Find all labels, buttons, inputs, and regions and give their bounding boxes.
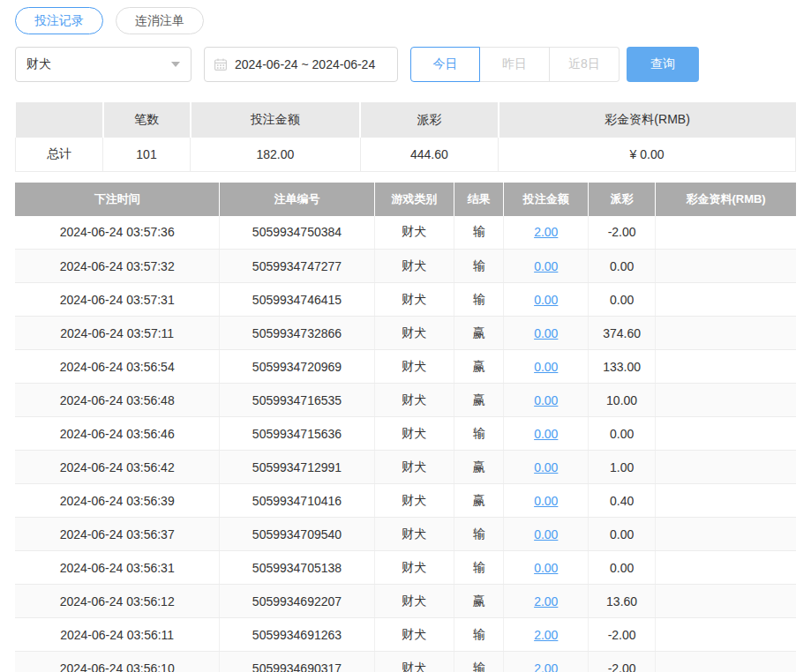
- bet-amount-cell: 2.00: [504, 585, 589, 618]
- bet-amount-link[interactable]: 2.00: [534, 661, 558, 672]
- game-type: 财犬: [374, 417, 454, 451]
- payout-value: 10.00: [589, 384, 656, 417]
- bet-result: 输: [454, 551, 504, 585]
- game-type: 财犬: [374, 317, 454, 350]
- payout-value: 133.00: [589, 350, 656, 384]
- order-id: 5059934750384: [220, 216, 374, 250]
- game-select[interactable]: 财犬: [15, 47, 191, 82]
- header-order-id: 注单编号: [220, 183, 374, 216]
- summary-header-payout: 派彩: [360, 102, 498, 138]
- order-id: 5059934720969: [220, 350, 374, 384]
- bonus-value: [656, 384, 796, 417]
- bet-table: 下注时间 注单编号 游戏类别 结果 投注金额 派彩 彩金资料(RMB) 2024…: [15, 183, 796, 672]
- game-type: 财犬: [374, 484, 454, 518]
- bet-amount-cell: 0.00: [504, 283, 589, 317]
- bet-result: 输: [454, 250, 504, 283]
- bet-amount-cell: 2.00: [504, 216, 589, 250]
- bonus-value: [656, 518, 796, 551]
- summary-header-count: 笔数: [103, 102, 191, 138]
- bet-amount-link[interactable]: 0.00: [534, 259, 558, 273]
- payout-value: 13.60: [589, 585, 656, 618]
- table-row: 2024-06-24 03:56:46 5059934715636 财犬 输 0…: [15, 417, 796, 451]
- bet-amount-link[interactable]: 0.00: [534, 293, 558, 307]
- yesterday-button[interactable]: 昨日: [480, 47, 550, 82]
- order-id: 5059934692207: [220, 585, 374, 618]
- game-type: 财犬: [374, 216, 454, 250]
- bet-amount-link[interactable]: 0.00: [534, 393, 558, 407]
- bet-amount-cell: 0.00: [504, 451, 589, 484]
- bet-result: 赢: [454, 451, 504, 484]
- bet-amount-link[interactable]: 2.00: [534, 628, 558, 642]
- order-id: 5059934716535: [220, 384, 374, 417]
- chevron-down-icon: [171, 62, 180, 67]
- bonus-value: [656, 317, 796, 350]
- order-id: 5059934712991: [220, 451, 374, 484]
- payout-value: 0.40: [589, 484, 656, 518]
- tabs: 投注记录 连消注单: [15, 7, 796, 34]
- table-row: 2024-06-24 03:56:48 5059934716535 财犬 赢 0…: [15, 384, 796, 417]
- last-8-days-button[interactable]: 近8日: [550, 47, 620, 82]
- bet-amount-link[interactable]: 0.00: [534, 527, 558, 541]
- table-row: 2024-06-24 03:57:31 5059934746415 财犬 输 0…: [15, 283, 796, 317]
- game-type: 财犬: [374, 283, 454, 317]
- bet-amount-link[interactable]: 0.00: [534, 494, 558, 508]
- summary-total-row: 总计 101 182.00 444.60 ¥ 0.00: [16, 138, 796, 171]
- bet-amount-link[interactable]: 0.00: [534, 360, 558, 374]
- tab-canceled-orders[interactable]: 连消注单: [116, 7, 204, 34]
- bet-table-header-row: 下注时间 注单编号 游戏类别 结果 投注金额 派彩 彩金资料(RMB): [15, 183, 796, 216]
- bet-time: 2024-06-24 03:56:11: [15, 618, 220, 652]
- filters-bar: 财犬: [15, 47, 796, 82]
- table-row: 2024-06-24 03:56:11 5059934691263 财犬 输 2…: [15, 618, 796, 652]
- bonus-value: [656, 618, 796, 652]
- payout-value: 374.60: [589, 317, 656, 350]
- summary-total-count: 101: [103, 138, 191, 171]
- table-row: 2024-06-24 03:56:37 5059934709540 财犬 输 0…: [15, 518, 796, 551]
- bet-result: 赢: [454, 317, 504, 350]
- bet-amount-link[interactable]: 0.00: [534, 460, 558, 474]
- bet-amount-link[interactable]: 2.00: [534, 225, 558, 239]
- summary-header-empty: [16, 102, 103, 138]
- table-row: 2024-06-24 03:56:39 5059934710416 财犬 赢 0…: [15, 484, 796, 518]
- bet-time: 2024-06-24 03:57:32: [15, 250, 220, 283]
- payout-value: 0.00: [589, 551, 656, 585]
- bet-amount-cell: 0.00: [504, 350, 589, 384]
- summary-header-bet-amount: 投注金额: [191, 102, 361, 138]
- bet-result: 输: [454, 518, 504, 551]
- today-button[interactable]: 今日: [410, 47, 480, 82]
- summary-total-bonus: ¥ 0.00: [499, 138, 796, 171]
- game-type: 财犬: [374, 518, 454, 551]
- bet-result: 输: [454, 417, 504, 451]
- header-bet-amount: 投注金额: [504, 183, 589, 216]
- betting-records-page: 投注记录 连消注单 财犬: [0, 0, 811, 672]
- summary-header-bonus: 彩金资料(RMB): [499, 102, 796, 138]
- bet-time: 2024-06-24 03:56:37: [15, 518, 220, 551]
- bet-result: 赢: [454, 484, 504, 518]
- bet-amount-link[interactable]: 0.00: [534, 427, 558, 441]
- bet-result: 赢: [454, 585, 504, 618]
- game-type: 财犬: [374, 652, 454, 672]
- bet-result: 输: [454, 283, 504, 317]
- bet-amount-link[interactable]: 0.00: [534, 561, 558, 575]
- game-type: 财犬: [374, 618, 454, 652]
- bet-result: 输: [454, 216, 504, 250]
- bet-amount-link[interactable]: 2.00: [534, 594, 558, 609]
- quick-range-group: 今日 昨日 近8日: [410, 47, 620, 82]
- tab-betting-records[interactable]: 投注记录: [15, 7, 103, 34]
- bonus-value: [656, 652, 796, 672]
- payout-value: -2.00: [589, 652, 656, 672]
- table-row: 2024-06-24 03:56:42 5059934712991 财犬 赢 0…: [15, 451, 796, 484]
- bet-time: 2024-06-24 03:56:39: [15, 484, 220, 518]
- payout-value: 1.00: [589, 451, 656, 484]
- game-type: 财犬: [374, 451, 454, 484]
- header-payout: 派彩: [589, 183, 656, 216]
- summary-total-label: 总计: [16, 138, 103, 171]
- date-range-picker[interactable]: 2024-06-24 ~ 2024-06-24: [204, 47, 398, 82]
- order-id: 5059934690317: [220, 652, 374, 672]
- bet-amount-link[interactable]: 0.00: [534, 326, 558, 340]
- order-id: 5059934746415: [220, 283, 374, 317]
- bet-time: 2024-06-24 03:56:48: [15, 384, 220, 417]
- search-button[interactable]: 查询: [627, 47, 699, 82]
- header-bonus: 彩金资料(RMB): [656, 183, 796, 216]
- order-id: 5059934715636: [220, 417, 374, 451]
- bet-time: 2024-06-24 03:57:11: [15, 317, 220, 350]
